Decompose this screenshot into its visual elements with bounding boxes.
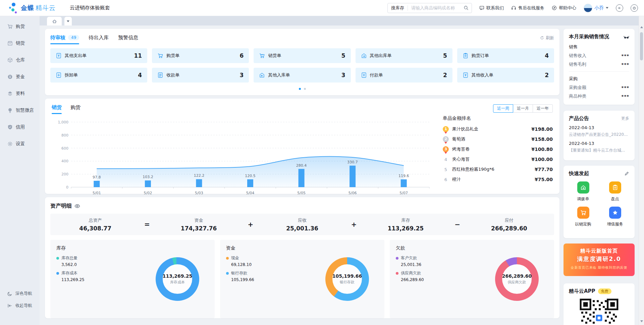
svg-text:120.5: 120.5 xyxy=(245,174,256,178)
svg-text:5/03: 5/03 xyxy=(195,191,203,195)
tab-label: 待出入库 xyxy=(89,35,109,41)
survey-promo-banner[interactable]: 精斗云新版首页 满意度调研2.0 全新首页已来临 期待收到您的反馈 xyxy=(564,243,635,276)
tab-pending-inout[interactable]: 待出入库 xyxy=(89,35,109,43)
todo-item-purchase-order[interactable]: 购货单 6 xyxy=(152,48,249,63)
tab-pending-approval[interactable]: 待审核 49 xyxy=(50,35,79,43)
tab-sales[interactable]: 销货 xyxy=(52,104,62,113)
announcement-item[interactable]: 2022-04-13 【重要通知】精斗云工作台城... xyxy=(569,141,629,153)
quick-tile-transfer[interactable]: 调拨单 xyxy=(569,181,597,202)
shield-check-icon xyxy=(7,124,13,130)
help-center-link[interactable]: 帮助中心 xyxy=(552,5,576,11)
todo-item-sales-order[interactable]: 销货单 5 xyxy=(254,48,351,63)
back-button[interactable] xyxy=(616,4,623,12)
product-amount: ¥158.00 xyxy=(531,137,553,142)
more-link[interactable]: 更多 xyxy=(621,116,629,121)
metric-value: 174,327.76 xyxy=(154,225,244,232)
tab-warning-info[interactable]: 预警信息 xyxy=(118,35,138,43)
todo-item-other-expense[interactable]: 其他支出单 11 xyxy=(50,48,147,63)
sidebar-item-data[interactable]: 资料 xyxy=(0,85,40,102)
todo-item-payment[interactable]: 付款单 2 xyxy=(356,68,452,83)
collapse-left-icon xyxy=(7,303,12,308)
donut-center-value: 113,269.25 xyxy=(163,273,193,279)
range-last-year-button[interactable]: 近一年 xyxy=(533,104,553,113)
tab-purchase[interactable]: 购货 xyxy=(70,104,80,113)
silver-medal-icon: 2 xyxy=(443,136,449,142)
search-category-select[interactable]: 搜库存 xyxy=(388,5,408,11)
todo-item-count: 2 xyxy=(443,72,447,78)
product-amount: ¥100.00 xyxy=(531,157,553,162)
sidebar-item-sales[interactable]: 销货 xyxy=(0,35,40,52)
vertical-scrollbar[interactable] xyxy=(639,16,644,325)
announcement-item[interactable]: 2022-04-13 云进销存产品更新公告_20220... xyxy=(569,125,629,138)
pagination-dot-1[interactable] xyxy=(299,88,301,90)
ranking-row[interactable]: 5 西红柿意粉酱190g*6 ¥77.70 xyxy=(443,164,553,174)
sidebar-item-funds[interactable]: 资金 xyxy=(0,68,40,85)
scroll-down-arrow[interactable] xyxy=(640,320,643,322)
dark-nav-toggle[interactable]: 深色导航 xyxy=(0,287,40,300)
legend-dot xyxy=(396,257,398,260)
payment-voucher-icon xyxy=(361,72,367,78)
tile-label: 调拨单 xyxy=(577,196,589,202)
todo-item-purchase-request[interactable]: 购货订单 4 xyxy=(457,48,554,63)
metric-value: 266,289.60 xyxy=(464,225,554,232)
metric-row: 销售毛利 *** xyxy=(569,60,629,69)
inventory-search-box[interactable]: 搜库存 xyxy=(387,3,472,13)
todo-item-disassembly[interactable]: 拆卸单 4 xyxy=(50,68,147,83)
sidebar-item-credit[interactable]: 信用 xyxy=(0,119,40,136)
home-tab[interactable] xyxy=(47,17,62,25)
collapse-nav-button[interactable]: 收起导航 xyxy=(0,300,40,312)
search-input[interactable] xyxy=(408,5,464,10)
app-logo[interactable]: 金蝶 精斗云 xyxy=(9,2,56,14)
announcement-text: 【重要通知】精斗云工作台城... xyxy=(569,148,629,153)
product-name: 夹心海苔 xyxy=(452,156,470,162)
ranking-row[interactable]: 4 夹心海苔 ¥100.00 xyxy=(443,154,553,164)
metric-label: 库存 xyxy=(361,217,450,223)
user-menu[interactable]: 小乔 xyxy=(584,4,608,12)
product-ranking-panel: 单品金额排名 1 果汁饮品礼盒 ¥198.00 2 葡萄酒 ¥158.00 3 … xyxy=(434,114,553,199)
qr-code xyxy=(579,298,619,325)
scrollbar-thumb[interactable] xyxy=(640,32,643,60)
sidebar-item-settings[interactable]: 设置 xyxy=(0,136,40,152)
scroll-up-arrow[interactable] xyxy=(640,26,643,28)
after-sales-service-link[interactable]: 售后在线服务 xyxy=(511,5,544,11)
contact-us-link[interactable]: 联系我们 xyxy=(479,5,504,11)
ranking-row[interactable]: 6 橙汁 ¥75.00 xyxy=(443,174,553,184)
tab-list-dropdown[interactable] xyxy=(64,17,72,25)
metric-label: 资金 xyxy=(154,217,244,223)
range-last-month-button[interactable]: 近一月 xyxy=(513,104,533,113)
ranking-row[interactable]: 1 果汁饮品礼盒 ¥198.00 xyxy=(443,124,553,134)
sidebar-item-purchase[interactable]: 购货 xyxy=(0,18,40,35)
quick-tile-stocktake[interactable]: 盘点 xyxy=(601,181,629,202)
sidebar-item-smart-store[interactable]: 智慧微店 xyxy=(0,102,40,119)
refresh-button[interactable]: 刷新 xyxy=(540,35,554,42)
legend-label: 库存总量 xyxy=(61,255,77,261)
todo-item-other-income[interactable]: 其他收入单 2 xyxy=(457,68,554,83)
edit-pencil-icon[interactable] xyxy=(624,171,629,176)
operator-equals: = xyxy=(140,220,154,228)
sidebar-item-label: 智慧微店 xyxy=(16,107,34,113)
metric-label: 总资产 xyxy=(50,217,140,223)
svg-text:122.2: 122.2 xyxy=(194,173,205,178)
logout-button[interactable] xyxy=(631,4,638,12)
todo-item-count: 3 xyxy=(240,72,244,78)
product-amount: ¥75.00 xyxy=(535,177,553,182)
payable-block: 应付 266,289.60 xyxy=(464,217,554,232)
todo-item-receipt[interactable]: 收款单 3 xyxy=(152,68,249,83)
ranking-row[interactable]: 2 葡萄酒 ¥158.00 xyxy=(443,134,553,144)
metric-label: 销售毛利 xyxy=(569,61,586,67)
pagination-dot-2[interactable] xyxy=(304,88,306,90)
sidebar-item-warehouse[interactable]: 仓库 xyxy=(0,52,40,68)
quick-tile-sell-to-order[interactable]: 以销定购 xyxy=(569,207,597,227)
search-icon[interactable] xyxy=(464,5,469,10)
donut-center-value: 105,199.66 xyxy=(332,273,362,279)
range-last-week-button[interactable]: 近一周 xyxy=(493,104,513,113)
eye-icon[interactable] xyxy=(74,203,80,209)
funds-panel: 资金 现金 69,128.10 银行存款 105,199.66 105,199.… xyxy=(220,240,384,318)
quick-tile-value-added[interactable]: 增值服务 xyxy=(601,207,629,227)
todo-item-other-outbound[interactable]: 其他出库单 5 xyxy=(356,48,452,63)
hide-amounts-glasses-icon[interactable] xyxy=(624,35,629,39)
metric-value-masked: *** xyxy=(622,94,629,99)
todo-item-other-inbound[interactable]: 其他入库单 3 xyxy=(254,68,351,83)
ranking-row[interactable]: 3 烤海苔卷 ¥100.80 xyxy=(443,144,553,154)
quick-launch-title: 快速发起 xyxy=(569,170,589,177)
